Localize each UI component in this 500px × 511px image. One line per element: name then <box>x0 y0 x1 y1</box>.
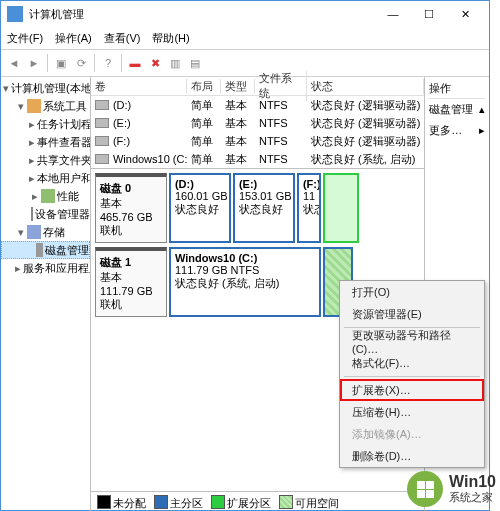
close-x-icon[interactable]: ✖ <box>146 54 164 72</box>
context-menu-item[interactable]: 扩展卷(X)… <box>340 379 484 401</box>
watermark-logo <box>407 471 443 507</box>
view3-icon[interactable]: ▤ <box>186 54 204 72</box>
vol-layout: 简单 <box>187 152 221 167</box>
drive-icon <box>95 100 109 110</box>
vol-type: 基本 <box>221 98 255 113</box>
partition[interactable] <box>323 173 359 243</box>
context-menu-item[interactable]: 资源管理器(E) <box>340 303 484 325</box>
vol-type: 基本 <box>221 134 255 149</box>
tree-label: 磁盘管理 <box>45 243 89 258</box>
partition[interactable]: (F:)11状态良好 <box>297 173 321 243</box>
col-filesystem[interactable]: 文件系统 <box>255 71 307 101</box>
forward-icon[interactable]: ► <box>25 54 43 72</box>
caret-icon[interactable]: ▸ <box>29 154 35 167</box>
volume-row[interactable]: Windows10 (C:)简单基本NTFS状态良好 (系统, 启动) <box>91 150 424 168</box>
menubar: 文件(F) 操作(A) 查看(V) 帮助(H) <box>1 27 489 50</box>
tree-label: 事件查看器 <box>37 135 91 150</box>
context-menu-item[interactable]: 打开(O) <box>340 281 484 303</box>
caret-icon[interactable]: ▸ <box>29 172 35 185</box>
tree-label: 本地用户和组 <box>37 171 91 186</box>
disk-size: 111.79 GB <box>100 285 162 297</box>
menu-help[interactable]: 帮助(H) <box>152 31 189 46</box>
up-icon[interactable]: ▣ <box>52 54 70 72</box>
close-button[interactable]: ✕ <box>447 2 483 26</box>
tree-item-9[interactable]: ▸服务和应用程序 <box>1 259 90 277</box>
caret-icon[interactable]: ▸ <box>29 190 41 203</box>
back-icon[interactable]: ◄ <box>5 54 23 72</box>
tree-root[interactable]: ▾ 计算机管理(本地) <box>1 79 90 97</box>
legend-free: 可用空间 <box>295 497 339 509</box>
disk-size: 465.76 GB <box>100 211 162 223</box>
vol-name: (D:) <box>113 99 131 111</box>
disk-row: 磁盘 0基本465.76 GB联机(D:)160.01 GB状态良好(E:)15… <box>95 173 420 243</box>
partition[interactable]: (D:)160.01 GB状态良好 <box>169 173 231 243</box>
vol-type: 基本 <box>221 152 255 167</box>
partition-size: 111.79 GB NTFS <box>175 264 315 276</box>
tree-item-5[interactable]: ▸性能 <box>1 187 90 205</box>
col-volume[interactable]: 卷 <box>91 79 187 94</box>
menu-action[interactable]: 操作(A) <box>55 31 92 46</box>
tree-item-0[interactable]: ▾系统工具 <box>1 97 90 115</box>
disk-label[interactable]: 磁盘 0基本465.76 GB联机 <box>95 173 167 243</box>
menu-view[interactable]: 查看(V) <box>104 31 141 46</box>
device-icon <box>31 207 33 221</box>
nav-tree[interactable]: ▾ 计算机管理(本地) ▾系统工具▸任务计划程序▸事件查看器▸共享文件夹▸本地用… <box>1 77 91 511</box>
help-icon[interactable]: ? <box>99 54 117 72</box>
vol-fs: NTFS <box>255 117 307 129</box>
refresh-icon[interactable]: ⟳ <box>72 54 90 72</box>
disk-kind: 基本 <box>100 270 162 285</box>
vol-layout: 简单 <box>187 134 221 149</box>
disk-kind: 基本 <box>100 196 162 211</box>
volume-row[interactable]: (E:)简单基本NTFS状态良好 (逻辑驱动器) <box>91 114 424 132</box>
tree-label: 共享文件夹 <box>37 153 91 168</box>
volume-row[interactable]: (D:)简单基本NTFS状态良好 (逻辑驱动器) <box>91 96 424 114</box>
vol-layout: 简单 <box>187 98 221 113</box>
context-menu-item[interactable]: 更改驱动器号和路径(C)… <box>340 330 484 352</box>
partition-size: 11 <box>303 190 315 202</box>
partition[interactable]: Windows10 (C:)111.79 GB NTFS状态良好 (系统, 启动… <box>169 247 321 317</box>
maximize-button[interactable]: ☐ <box>411 2 447 26</box>
col-status[interactable]: 状态 <box>307 79 424 94</box>
partition[interactable]: (E:)153.01 GB状态良好 <box>233 173 295 243</box>
caret-icon[interactable]: ▸ <box>15 262 21 275</box>
tree-item-6[interactable]: 设备管理器 <box>1 205 90 223</box>
tree-item-8[interactable]: 磁盘管理 <box>1 241 90 259</box>
watermark-line2: 系统之家 <box>449 490 496 505</box>
toolbar: ◄ ► ▣ ⟳ ? ▬ ✖ ▥ ▤ <box>1 50 489 77</box>
titlebar: 计算机管理 — ☐ ✕ <box>1 1 489 27</box>
minimize-button[interactable]: — <box>375 2 411 26</box>
partition-name: Windows10 (C:) <box>175 252 315 264</box>
actions-header: 操作 <box>429 79 485 99</box>
disk-state: 联机 <box>100 297 162 312</box>
tree-item-3[interactable]: ▸共享文件夹 <box>1 151 90 169</box>
context-menu: 打开(O)资源管理器(E)更改驱动器号和路径(C)…格式化(F)…扩展卷(X)…… <box>339 280 485 468</box>
context-menu-item[interactable]: 压缩卷(H)… <box>340 401 484 423</box>
context-menu-item[interactable]: 删除卷(D)… <box>340 445 484 467</box>
col-type[interactable]: 类型 <box>221 79 255 94</box>
volume-header[interactable]: 卷 布局 类型 文件系统 状态 <box>91 77 424 96</box>
tree-item-7[interactable]: ▾存储 <box>1 223 90 241</box>
tools-icon <box>27 99 41 113</box>
volume-row[interactable]: (F:)简单基本NTFS状态良好 (逻辑驱动器) <box>91 132 424 150</box>
tree-item-1[interactable]: ▸任务计划程序 <box>1 115 90 133</box>
disk-label[interactable]: 磁盘 1基本111.79 GB联机 <box>95 247 167 317</box>
vol-status: 状态良好 (逻辑驱动器) <box>307 134 424 149</box>
col-layout[interactable]: 布局 <box>187 79 221 94</box>
actions-more[interactable]: 更多… ▸ <box>429 120 485 141</box>
actions-group[interactable]: 磁盘管理 ▴ <box>429 99 485 120</box>
context-menu-item: 添加镜像(A)… <box>340 423 484 445</box>
tree-item-2[interactable]: ▸事件查看器 <box>1 133 90 151</box>
caret-icon[interactable]: ▾ <box>15 100 27 113</box>
view1-icon[interactable]: ▬ <box>126 54 144 72</box>
watermark: Win10 系统之家 <box>407 471 496 507</box>
vol-status: 状态良好 (系统, 启动) <box>307 152 424 167</box>
tree-item-4[interactable]: ▸本地用户和组 <box>1 169 90 187</box>
tree-label: 任务计划程序 <box>37 117 91 132</box>
view2-icon[interactable]: ▥ <box>166 54 184 72</box>
caret-icon[interactable]: ▾ <box>15 226 27 239</box>
context-menu-item[interactable]: 格式化(F)… <box>340 352 484 374</box>
disk-name: 磁盘 1 <box>100 255 162 270</box>
menu-file[interactable]: 文件(F) <box>7 31 43 46</box>
caret-icon[interactable]: ▸ <box>29 118 35 131</box>
caret-icon[interactable]: ▸ <box>29 136 35 149</box>
